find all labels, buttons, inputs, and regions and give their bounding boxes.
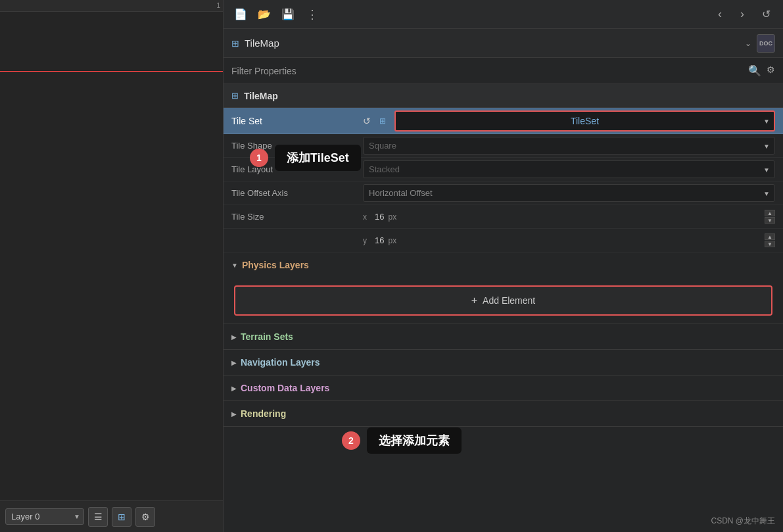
tileset-refresh-icon[interactable]: ↺ [363, 116, 371, 126]
nav-arrows: ‹ › [709, 4, 753, 25]
forward-icon: › [740, 7, 744, 21]
doc-label: DOC [759, 40, 772, 47]
settings-icon: ⚙ [141, 512, 150, 522]
tilemap-grid-icon: ⊞ [231, 38, 239, 49]
tile-size-x-value: 16 [375, 212, 384, 222]
add-element-label: Add Element [483, 295, 535, 306]
bottom-toolbar: Layer 0Layer 1Layer 2 ▼ ☰ ⊞ ⚙ [0, 500, 223, 532]
custom-data-layers-title: Custom Data Layers [241, 383, 329, 393]
layer-select-wrapper: Layer 0Layer 1Layer 2 ▼ [5, 508, 84, 525]
tile-layout-select-wrapper: StackedStacked OffsetStairs RightStairs … [363, 160, 775, 178]
layer-select[interactable]: Layer 0Layer 1Layer 2 [5, 508, 84, 525]
forward-button[interactable]: › [732, 4, 753, 25]
open-file-icon: 📂 [258, 8, 271, 20]
rendering-header[interactable]: ▶ Rendering [224, 401, 783, 426]
physics-layers-header[interactable]: ▼ Physics Layers [224, 253, 783, 278]
tile-shape-select[interactable]: SquareIsometricHalf-Offset SquareHexagon [363, 137, 775, 155]
prop-row-tileset: Tile Set ↺ ⊞ TileSet ▼ [224, 108, 783, 134]
physics-layers-arrow-icon: ▼ [231, 262, 238, 269]
prop-row-tile-layout: Tile Layout StackedStacked OffsetStairs … [224, 158, 783, 181]
tile-offset-label: Tile Offset Axis [231, 188, 363, 198]
properties-content: ⊞ TileMap Tile Set ↺ ⊞ TileSet ▼ Tile Sh… [224, 84, 783, 532]
tile-size-y-down-button[interactable]: ▼ [765, 241, 775, 247]
filter-settings-icon[interactable]: ⚙ [767, 64, 775, 77]
grid-view-button[interactable]: ⊞ [112, 507, 131, 527]
tile-size-x-down-button[interactable]: ▼ [765, 217, 775, 224]
save-file-button[interactable]: 💾 [277, 4, 298, 25]
more-options-icon: ⋮ [306, 7, 318, 22]
horizontal-ruler: 1 [0, 0, 223, 12]
doc-button[interactable]: DOC [757, 34, 775, 53]
top-toolbar: 📄 📂 💾 ⋮ ‹ › ↺ [224, 0, 783, 29]
tile-size-x-spinbox: ▲ ▼ [765, 210, 775, 224]
tilemap-title: TileMap [245, 37, 740, 49]
open-file-button[interactable]: 📂 [254, 4, 275, 25]
navigation-layers-arrow-icon: ▶ [231, 359, 237, 366]
tile-shape-value: SquareIsometricHalf-Offset SquareHexagon… [363, 137, 775, 155]
new-file-icon: 📄 [234, 8, 247, 20]
tile-size-x-group: x 16 px ▲ ▼ [363, 210, 775, 224]
attribution: CSDN @龙中舞王 [711, 516, 775, 527]
attribution-text: CSDN @龙中舞王 [711, 516, 775, 525]
search-icon[interactable]: 🔍 [748, 64, 761, 77]
tile-layout-label: Tile Layout [231, 164, 363, 174]
tile-size-y-value: 16 [375, 235, 384, 245]
tile-offset-select-wrapper: Horizontal OffsetVertical Offset ▼ [363, 184, 775, 202]
tilemap-chevron-icon[interactable]: ⌄ [745, 39, 751, 48]
terrain-sets-arrow-icon: ▶ [231, 333, 237, 341]
new-file-button[interactable]: 📄 [230, 4, 251, 25]
terrain-sets-section: ▶ Terrain Sets [224, 324, 783, 350]
tileset-dropdown[interactable]: TileSet [394, 110, 775, 132]
tile-size-y-axis-label: y [363, 236, 372, 245]
custom-data-layers-header[interactable]: ▶ Custom Data Layers [224, 375, 783, 400]
navigation-layers-header[interactable]: ▶ Navigation Layers [224, 350, 783, 375]
terrain-sets-title: Terrain Sets [241, 331, 293, 342]
tile-offset-value: Horizontal OffsetVertical Offset ▼ [363, 184, 775, 202]
back-icon: ‹ [718, 7, 722, 21]
tileset-controls: ↺ ⊞ TileSet ▼ [363, 110, 775, 132]
history-icon: ↺ [762, 8, 771, 20]
list-icon: ☰ [94, 512, 103, 522]
history-button[interactable]: ↺ [755, 4, 776, 25]
prop-row-tile-shape: Tile Shape SquareIsometricHalf-Offset Sq… [224, 134, 783, 158]
tilemap-header: ⊞ TileMap ⌄ DOC [224, 29, 783, 58]
more-options-button[interactable]: ⋮ [301, 4, 322, 25]
navigation-layers-section: ▶ Navigation Layers [224, 350, 783, 375]
prop-row-tile-size-y: y 16 px ▲ ▼ [224, 229, 783, 253]
physics-layers-title: Physics Layers [242, 260, 309, 270]
tile-size-y-group: y 16 px ▲ ▼ [363, 233, 775, 247]
terrain-sets-header[interactable]: ▶ Terrain Sets [224, 324, 783, 349]
tile-offset-select[interactable]: Horizontal OffsetVertical Offset [363, 184, 775, 202]
physics-layers-section: ▼ Physics Layers + Add Element [224, 253, 783, 324]
left-panel: 1 Layer 0Layer 1Layer 2 ▼ ☰ ⊞ ⚙ [0, 0, 224, 532]
tile-shape-select-wrapper: SquareIsometricHalf-Offset SquareHexagon… [363, 137, 775, 155]
add-element-button[interactable]: + Add Element [234, 285, 772, 316]
grid-icon: ⊞ [118, 512, 126, 522]
section-grid-icon: ⊞ [231, 91, 239, 101]
back-button[interactable]: ‹ [709, 4, 730, 25]
section-tilemap: ⊞ TileMap [224, 84, 783, 108]
filter-label: Filter Properties [231, 66, 748, 76]
tile-shape-label: Tile Shape [231, 141, 363, 151]
custom-data-layers-arrow-icon: ▶ [231, 385, 237, 392]
list-view-button[interactable]: ☰ [88, 507, 108, 527]
tile-size-x-unit: px [388, 212, 396, 222]
filter-icons: 🔍 ⚙ [748, 64, 775, 77]
prop-row-tile-size-x: Tile Size x 16 px ▲ ▼ [224, 205, 783, 229]
tile-size-label: Tile Size [231, 212, 363, 222]
settings-button[interactable]: ⚙ [135, 507, 155, 527]
rendering-arrow-icon: ▶ [231, 410, 237, 418]
add-element-plus-icon: + [471, 295, 477, 306]
navigation-layers-title: Navigation Layers [241, 357, 320, 368]
custom-data-layers-section: ▶ Custom Data Layers [224, 375, 783, 401]
filter-row: Filter Properties 🔍 ⚙ [224, 58, 783, 84]
rendering-title: Rendering [241, 408, 286, 419]
tile-size-y-unit: px [388, 236, 396, 245]
canvas-area: 1 [0, 0, 223, 500]
tileset-dropdown-wrapper: TileSet ▼ [394, 110, 775, 132]
tile-layout-select[interactable]: StackedStacked OffsetStairs RightStairs … [363, 160, 775, 178]
tile-size-y-up-button[interactable]: ▲ [765, 233, 775, 240]
tile-size-x-up-button[interactable]: ▲ [765, 210, 775, 216]
rendering-section: ▶ Rendering [224, 401, 783, 427]
save-file-icon: 💾 [281, 8, 295, 20]
